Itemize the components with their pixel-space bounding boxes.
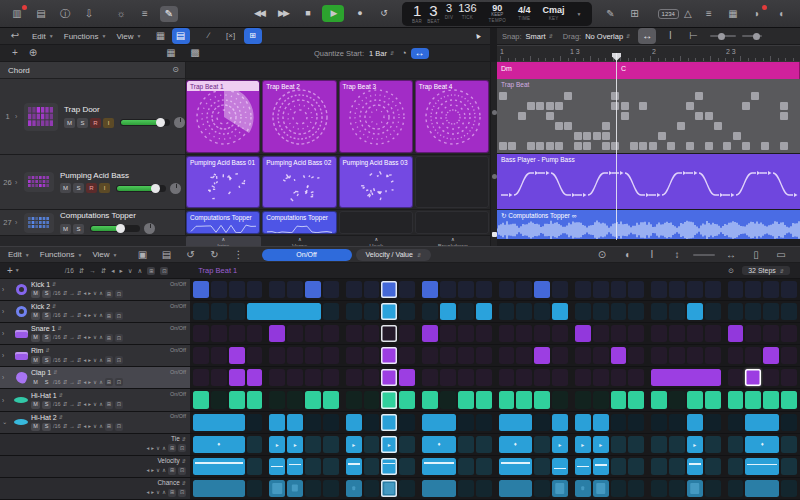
decrement-icon[interactable]: ∨ xyxy=(128,267,133,275)
playback-direction-icon[interactable]: → xyxy=(69,313,75,319)
step-cell[interactable] xyxy=(628,347,644,364)
volume-slider[interactable] xyxy=(116,185,166,192)
menu-edit[interactable]: Edit▼ xyxy=(8,250,30,259)
step-cell[interactable] xyxy=(323,414,339,431)
step-cell[interactable] xyxy=(269,281,285,298)
step-cell[interactable] xyxy=(269,458,285,475)
random-steps-icon[interactable]: ⊞ xyxy=(105,378,113,386)
step-cell[interactable] xyxy=(346,303,362,320)
step-cell[interactable] xyxy=(575,458,591,475)
step-cell[interactable] xyxy=(247,303,321,320)
chord-region-dm[interactable]: Dm xyxy=(497,62,617,79)
editors-grid-icon[interactable]: ▦ xyxy=(724,6,742,22)
step-cell[interactable] xyxy=(399,414,415,431)
menu-view[interactable]: View▼ xyxy=(116,32,141,41)
step-cell[interactable] xyxy=(364,480,380,497)
step-cell[interactable] xyxy=(229,281,245,298)
step-cell[interactable] xyxy=(728,325,744,342)
row-header[interactable]: ›Clap 1⇵On/OffMS/16⇵→⇵◂▸∨∧⊞⊡ xyxy=(0,367,190,388)
increment-icon[interactable]: ∧ xyxy=(162,446,166,452)
menu-functions[interactable]: Functions▼ xyxy=(64,32,107,41)
pencil-line-icon[interactable]: ∕ xyxy=(200,28,218,44)
mute-button[interactable]: M xyxy=(31,312,40,320)
playback-direction-icon[interactable]: → xyxy=(69,402,75,408)
solo-button[interactable]: S xyxy=(42,378,51,386)
step-cell[interactable] xyxy=(781,281,797,298)
stepper-icon[interactable]: ⇵ xyxy=(101,267,106,275)
clear-steps-icon[interactable]: ⊡ xyxy=(178,444,186,452)
step-cell[interactable] xyxy=(728,458,744,475)
clear-steps-icon[interactable]: ⊡ xyxy=(115,312,123,320)
step-cell[interactable]: ▸ xyxy=(269,436,285,453)
list-editors-icon[interactable]: ≡ xyxy=(700,6,718,22)
step-cell[interactable] xyxy=(229,303,245,320)
step-cell[interactable] xyxy=(305,458,321,475)
rotate-left-icon[interactable]: ◂ xyxy=(83,402,86,408)
grid-and-tracks-view-icon[interactable]: ▤ xyxy=(172,28,190,44)
step-cell[interactable] xyxy=(211,303,227,320)
horizontal-zoom-slider[interactable] xyxy=(742,35,762,37)
step-cell[interactable] xyxy=(705,303,721,320)
disclosure-icon[interactable]: › xyxy=(2,397,11,404)
step-cell[interactable] xyxy=(611,303,627,320)
step-cell[interactable] xyxy=(269,369,285,386)
step-cell[interactable] xyxy=(669,480,685,497)
stepper-icon[interactable]: ⇵ xyxy=(77,291,82,297)
mixer-icon[interactable]: ≡ xyxy=(136,6,154,22)
step-cell[interactable] xyxy=(476,391,492,408)
step-cell[interactable] xyxy=(534,458,550,475)
step-cell[interactable] xyxy=(651,325,667,342)
stepper-icon[interactable]: ⇵ xyxy=(53,370,57,375)
clear-steps-icon[interactable]: ⊡ xyxy=(178,489,186,497)
step-cell[interactable] xyxy=(458,458,474,475)
lcd-time-signature[interactable]: 4/4TIME xyxy=(518,6,531,22)
step-cell[interactable] xyxy=(593,414,609,431)
step-cell[interactable] xyxy=(745,303,761,320)
rotate-left-icon[interactable]: ↺ xyxy=(182,247,200,263)
step-cell[interactable] xyxy=(669,436,685,453)
step-cell[interactable] xyxy=(705,436,721,453)
scene-play-icon[interactable]: ∧ xyxy=(374,237,378,242)
rotate-right-icon[interactable]: ▸ xyxy=(88,424,91,430)
step-cell[interactable] xyxy=(499,303,515,320)
step-cell[interactable] xyxy=(628,458,644,475)
step-cell[interactable] xyxy=(763,391,779,408)
step-cell[interactable] xyxy=(346,369,362,386)
track-header[interactable]: 1›Trap DoorMSRI xyxy=(0,79,186,154)
step-cell[interactable] xyxy=(687,281,703,298)
step-cell[interactable] xyxy=(611,458,627,475)
step-cell[interactable] xyxy=(422,458,456,475)
step-cell[interactable] xyxy=(575,303,591,320)
step-cell[interactable] xyxy=(499,458,533,475)
disclosure-icon[interactable]: › xyxy=(2,308,11,315)
step-cell[interactable] xyxy=(305,325,321,342)
empty-cell[interactable] xyxy=(415,156,489,208)
midi-region-bass[interactable]: Bass Player - Pump Bass xyxy=(497,154,800,210)
stepper-icon[interactable]: ⇵ xyxy=(63,402,68,408)
lcd-display[interactable]: 1BAR 3BEAT 3DIV 136TICK 90KEEPTEMPO 4/4T… xyxy=(402,2,592,26)
loop-cell[interactable]: Computations Topper xyxy=(262,211,336,234)
step-cell[interactable] xyxy=(422,303,438,320)
clear-steps-icon[interactable]: ⊡ xyxy=(115,356,123,364)
step-cell[interactable] xyxy=(422,347,438,364)
mute-button[interactable]: M xyxy=(31,356,40,364)
smart-controls-icon[interactable]: ☼ xyxy=(112,6,130,22)
step-cell[interactable] xyxy=(287,391,303,408)
mute-button[interactable]: M xyxy=(64,118,75,128)
step-cell[interactable] xyxy=(745,281,761,298)
step-cell[interactable] xyxy=(305,391,321,408)
step-cell[interactable] xyxy=(287,414,303,431)
solo-button[interactable]: S xyxy=(42,356,51,364)
rotate-right-icon[interactable]: ▸ xyxy=(151,468,154,474)
step-cell[interactable] xyxy=(211,391,227,408)
step-cell[interactable] xyxy=(728,391,744,408)
row-header[interactable]: Chance⇵◂▸∨∧⊞⊡ xyxy=(0,478,190,499)
stepper-icon[interactable]: ⇵ xyxy=(52,304,56,309)
step-cell[interactable] xyxy=(669,347,685,364)
input-monitor-button[interactable]: I xyxy=(103,118,114,128)
step-cell[interactable] xyxy=(476,436,492,453)
step-cell[interactable] xyxy=(781,325,797,342)
pointer-tool-icon[interactable]: ▲ xyxy=(473,30,484,41)
lcd-chevron-icon[interactable]: ▼ xyxy=(577,11,582,17)
step-cell[interactable] xyxy=(346,414,362,431)
